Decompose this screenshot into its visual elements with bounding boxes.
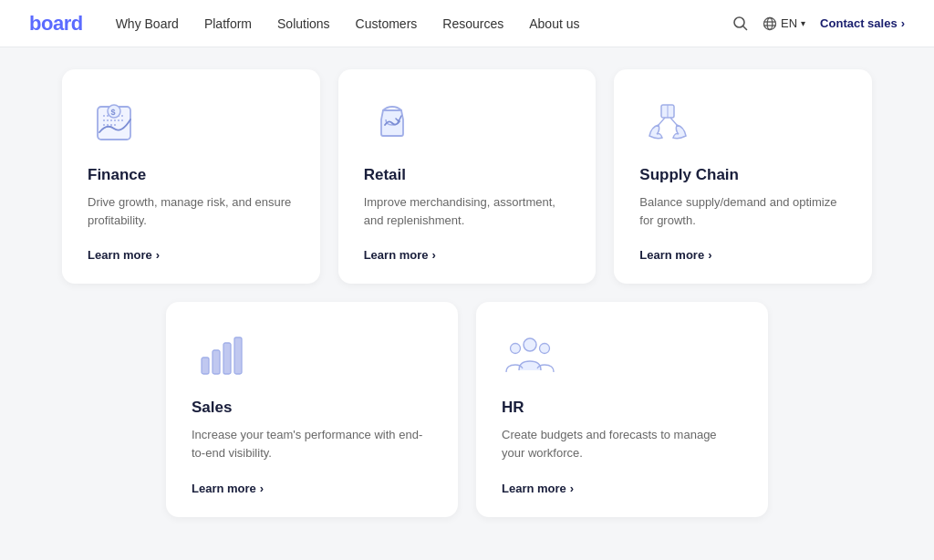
nav-links: Why Board Platform Solutions Customers R…	[116, 16, 732, 31]
supply-chain-learn-more[interactable]: Learn more ›	[639, 248, 846, 262]
retail-title: Retail	[364, 166, 571, 184]
globe-icon	[763, 16, 777, 31]
retail-desc: Improve merchandising, assortment, and r…	[364, 193, 571, 230]
chevron-down-icon: ▾	[801, 18, 805, 28]
nav-why-board[interactable]: Why Board	[116, 16, 179, 31]
finance-learn-more[interactable]: Learn more ›	[88, 248, 295, 262]
sales-title: Sales	[192, 399, 432, 417]
top-cards-row: $ Finance Drive growth, manage risk, and…	[62, 69, 872, 284]
nav-customers[interactable]: Customers	[356, 16, 418, 31]
supply-chain-card: Supply Chain Balance supply/demand and o…	[614, 69, 872, 284]
svg-point-20	[524, 338, 536, 351]
logo[interactable]: board	[29, 12, 83, 36]
arrow-right-icon: ›	[901, 16, 905, 30]
hr-card: HR Create budgets and forecasts to manag…	[476, 302, 768, 516]
contact-sales-button[interactable]: Contact sales ›	[820, 16, 905, 30]
svg-point-3	[767, 17, 773, 29]
supply-chain-icon	[639, 95, 696, 151]
svg-point-21	[511, 344, 521, 354]
arrow-right-icon: ›	[260, 482, 264, 495]
svg-text:$: $	[111, 108, 116, 117]
retail-learn-more[interactable]: Learn more ›	[364, 248, 571, 262]
nav-solutions[interactable]: Solutions	[277, 16, 330, 31]
arrow-right-icon: ›	[708, 248, 711, 262]
arrow-right-icon: ›	[570, 482, 574, 495]
nav-right: EN ▾ Contact sales ›	[732, 16, 905, 31]
sales-card: Sales Increase your team's performance w…	[166, 302, 458, 516]
svg-line-14	[659, 118, 665, 125]
finance-title: Finance	[88, 166, 295, 184]
bottom-cards-row: Sales Increase your team's performance w…	[62, 302, 872, 516]
arrow-right-icon: ›	[431, 248, 435, 262]
retail-icon	[364, 95, 420, 151]
svg-rect-16	[202, 358, 209, 374]
svg-point-22	[540, 344, 550, 354]
language-selector[interactable]: EN ▾	[763, 16, 805, 31]
retail-card: Retail Improve merchandising, assortment…	[338, 69, 597, 284]
svg-line-15	[670, 118, 677, 125]
sales-desc: Increase your team's performance with en…	[192, 426, 432, 462]
sales-learn-more[interactable]: Learn more ›	[192, 482, 432, 495]
svg-rect-17	[213, 350, 220, 374]
svg-line-1	[743, 26, 747, 30]
nav-resources[interactable]: Resources	[442, 16, 503, 31]
arrow-right-icon: ›	[156, 248, 160, 262]
lang-label: EN	[781, 16, 797, 30]
hr-learn-more[interactable]: Learn more ›	[502, 482, 742, 495]
nav-about-us[interactable]: About us	[529, 16, 579, 31]
svg-rect-18	[223, 343, 231, 374]
search-icon[interactable]	[732, 16, 748, 31]
hr-icon	[502, 327, 558, 384]
finance-card: $ Finance Drive growth, manage risk, and…	[62, 69, 320, 284]
supply-chain-title: Supply Chain	[639, 166, 846, 184]
hr-title: HR	[502, 399, 742, 417]
hr-desc: Create budgets and forecasts to manage y…	[502, 426, 742, 462]
finance-desc: Drive growth, manage risk, and ensure pr…	[88, 193, 295, 230]
nav-platform[interactable]: Platform	[204, 16, 252, 31]
svg-point-2	[764, 17, 776, 29]
logo-accent: b	[29, 12, 41, 35]
main-content: $ Finance Drive growth, manage risk, and…	[0, 47, 934, 517]
supply-chain-desc: Balance supply/demand and optimize for g…	[639, 193, 846, 230]
navigation: board Why Board Platform Solutions Custo…	[0, 0, 934, 47]
finance-icon: $	[88, 95, 144, 151]
sales-icon	[192, 327, 248, 384]
svg-rect-19	[234, 337, 242, 374]
logo-text: oard	[41, 12, 83, 35]
